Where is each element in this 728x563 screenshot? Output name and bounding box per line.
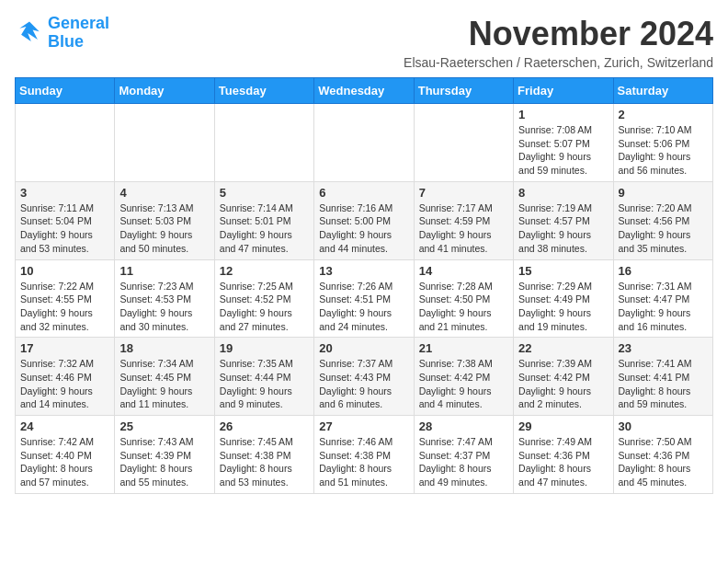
day-number: 9 xyxy=(619,186,708,200)
day-info: Sunrise: 7:47 AM Sunset: 4:37 PM Dayligh… xyxy=(419,435,508,489)
calendar-week-row: 10Sunrise: 7:22 AM Sunset: 4:55 PM Dayli… xyxy=(16,259,713,338)
calendar-day-header: Monday xyxy=(115,78,214,104)
day-info: Sunrise: 7:41 AM Sunset: 4:41 PM Dayligh… xyxy=(619,357,708,411)
day-number: 30 xyxy=(619,419,708,433)
calendar-cell: 20Sunrise: 7:37 AM Sunset: 4:43 PM Dayli… xyxy=(314,338,414,416)
day-info: Sunrise: 7:46 AM Sunset: 4:38 PM Dayligh… xyxy=(319,435,408,489)
calendar-day-header: Saturday xyxy=(613,78,712,104)
day-number: 21 xyxy=(419,341,508,355)
day-number: 15 xyxy=(518,264,608,278)
day-info: Sunrise: 7:17 AM Sunset: 4:59 PM Dayligh… xyxy=(419,201,508,256)
day-number: 28 xyxy=(419,419,508,433)
day-info: Sunrise: 7:14 AM Sunset: 5:01 PM Dayligh… xyxy=(220,201,309,256)
day-info: Sunrise: 7:11 AM Sunset: 5:04 PM Dayligh… xyxy=(20,201,109,256)
calendar-cell: 24Sunrise: 7:42 AM Sunset: 4:40 PM Dayli… xyxy=(16,416,115,494)
calendar-day-header: Thursday xyxy=(414,78,513,104)
day-number: 27 xyxy=(319,419,408,433)
calendar-cell: 5Sunrise: 7:14 AM Sunset: 5:01 PM Daylig… xyxy=(214,181,313,259)
day-number: 7 xyxy=(419,186,508,200)
day-info: Sunrise: 7:08 AM Sunset: 5:07 PM Dayligh… xyxy=(518,123,608,178)
day-info: Sunrise: 7:28 AM Sunset: 4:50 PM Dayligh… xyxy=(419,280,508,334)
calendar-cell: 16Sunrise: 7:31 AM Sunset: 4:47 PM Dayli… xyxy=(613,259,712,338)
day-number: 17 xyxy=(20,341,109,355)
calendar-week-row: 17Sunrise: 7:32 AM Sunset: 4:46 PM Dayli… xyxy=(16,338,713,416)
day-info: Sunrise: 7:31 AM Sunset: 4:47 PM Dayligh… xyxy=(619,280,708,334)
calendar-cell: 11Sunrise: 7:23 AM Sunset: 4:53 PM Dayli… xyxy=(115,259,214,338)
day-info: Sunrise: 7:20 AM Sunset: 4:56 PM Dayligh… xyxy=(619,201,708,256)
day-number: 14 xyxy=(419,264,508,278)
day-number: 13 xyxy=(319,264,408,278)
day-number: 16 xyxy=(619,264,708,278)
day-number: 5 xyxy=(220,186,309,200)
calendar-table: SundayMondayTuesdayWednesdayThursdayFrid… xyxy=(15,77,713,494)
calendar-week-row: 3Sunrise: 7:11 AM Sunset: 5:04 PM Daylig… xyxy=(16,181,713,259)
calendar-cell xyxy=(314,104,414,182)
day-number: 1 xyxy=(518,108,608,121)
calendar-cell xyxy=(16,104,115,182)
day-number: 10 xyxy=(20,264,109,278)
calendar-cell xyxy=(414,104,513,182)
calendar-cell: 6Sunrise: 7:16 AM Sunset: 5:00 PM Daylig… xyxy=(314,181,414,259)
calendar-cell: 4Sunrise: 7:13 AM Sunset: 5:03 PM Daylig… xyxy=(115,181,214,259)
day-info: Sunrise: 7:23 AM Sunset: 4:53 PM Dayligh… xyxy=(119,280,209,334)
calendar-cell: 29Sunrise: 7:49 AM Sunset: 4:36 PM Dayli… xyxy=(514,416,613,494)
title-area: November 2024 Elsau-Raeterschen / Raeter… xyxy=(404,15,713,70)
logo-text: General Blue xyxy=(48,15,109,52)
calendar-cell: 18Sunrise: 7:34 AM Sunset: 4:45 PM Dayli… xyxy=(115,338,214,416)
day-info: Sunrise: 7:50 AM Sunset: 4:36 PM Dayligh… xyxy=(619,435,708,489)
calendar-week-row: 24Sunrise: 7:42 AM Sunset: 4:40 PM Dayli… xyxy=(16,416,713,494)
day-number: 18 xyxy=(119,341,209,355)
day-number: 11 xyxy=(119,264,209,278)
logo-bird-icon xyxy=(15,18,44,48)
day-number: 3 xyxy=(20,186,109,200)
day-number: 6 xyxy=(319,186,408,200)
calendar-day-header: Wednesday xyxy=(314,78,414,104)
calendar-cell: 14Sunrise: 7:28 AM Sunset: 4:50 PM Dayli… xyxy=(414,259,513,338)
day-number: 2 xyxy=(619,108,708,121)
calendar-cell: 13Sunrise: 7:26 AM Sunset: 4:51 PM Dayli… xyxy=(314,259,414,338)
calendar-cell: 28Sunrise: 7:47 AM Sunset: 4:37 PM Dayli… xyxy=(414,416,513,494)
day-number: 20 xyxy=(319,341,408,355)
calendar-day-header: Friday xyxy=(514,78,613,104)
day-number: 26 xyxy=(220,419,309,433)
day-info: Sunrise: 7:49 AM Sunset: 4:36 PM Dayligh… xyxy=(518,435,608,489)
day-info: Sunrise: 7:29 AM Sunset: 4:49 PM Dayligh… xyxy=(518,280,608,334)
day-info: Sunrise: 7:19 AM Sunset: 4:57 PM Dayligh… xyxy=(518,201,608,256)
day-info: Sunrise: 7:34 AM Sunset: 4:45 PM Dayligh… xyxy=(119,357,209,411)
day-number: 19 xyxy=(220,341,309,355)
day-info: Sunrise: 7:39 AM Sunset: 4:42 PM Dayligh… xyxy=(518,357,608,411)
day-info: Sunrise: 7:32 AM Sunset: 4:46 PM Dayligh… xyxy=(20,357,109,411)
calendar-week-row: 1Sunrise: 7:08 AM Sunset: 5:07 PM Daylig… xyxy=(16,104,713,182)
day-info: Sunrise: 7:45 AM Sunset: 4:38 PM Dayligh… xyxy=(220,435,309,489)
main-title: November 2024 xyxy=(404,15,713,53)
calendar-cell: 15Sunrise: 7:29 AM Sunset: 4:49 PM Dayli… xyxy=(514,259,613,338)
calendar-cell: 7Sunrise: 7:17 AM Sunset: 4:59 PM Daylig… xyxy=(414,181,513,259)
calendar-cell: 9Sunrise: 7:20 AM Sunset: 4:56 PM Daylig… xyxy=(613,181,712,259)
calendar-cell: 10Sunrise: 7:22 AM Sunset: 4:55 PM Dayli… xyxy=(16,259,115,338)
calendar-cell: 2Sunrise: 7:10 AM Sunset: 5:06 PM Daylig… xyxy=(613,104,712,182)
day-info: Sunrise: 7:37 AM Sunset: 4:43 PM Dayligh… xyxy=(319,357,408,411)
calendar-cell: 12Sunrise: 7:25 AM Sunset: 4:52 PM Dayli… xyxy=(214,259,313,338)
day-info: Sunrise: 7:35 AM Sunset: 4:44 PM Dayligh… xyxy=(220,357,309,411)
calendar-header-row: SundayMondayTuesdayWednesdayThursdayFrid… xyxy=(16,78,713,104)
calendar-cell: 19Sunrise: 7:35 AM Sunset: 4:44 PM Dayli… xyxy=(214,338,313,416)
day-number: 29 xyxy=(518,419,608,433)
day-info: Sunrise: 7:13 AM Sunset: 5:03 PM Dayligh… xyxy=(119,201,209,256)
calendar-cell: 21Sunrise: 7:38 AM Sunset: 4:42 PM Dayli… xyxy=(414,338,513,416)
day-info: Sunrise: 7:38 AM Sunset: 4:42 PM Dayligh… xyxy=(419,357,508,411)
calendar-cell: 3Sunrise: 7:11 AM Sunset: 5:04 PM Daylig… xyxy=(16,181,115,259)
calendar-cell: 25Sunrise: 7:43 AM Sunset: 4:39 PM Dayli… xyxy=(115,416,214,494)
calendar-cell: 30Sunrise: 7:50 AM Sunset: 4:36 PM Dayli… xyxy=(613,416,712,494)
calendar-cell: 1Sunrise: 7:08 AM Sunset: 5:07 PM Daylig… xyxy=(514,104,613,182)
day-number: 22 xyxy=(518,341,608,355)
day-info: Sunrise: 7:16 AM Sunset: 5:00 PM Dayligh… xyxy=(319,201,408,256)
calendar-cell: 17Sunrise: 7:32 AM Sunset: 4:46 PM Dayli… xyxy=(16,338,115,416)
day-info: Sunrise: 7:22 AM Sunset: 4:55 PM Dayligh… xyxy=(20,280,109,334)
day-number: 24 xyxy=(20,419,109,433)
day-number: 12 xyxy=(220,264,309,278)
calendar-cell: 27Sunrise: 7:46 AM Sunset: 4:38 PM Dayli… xyxy=(314,416,414,494)
day-info: Sunrise: 7:10 AM Sunset: 5:06 PM Dayligh… xyxy=(619,123,708,178)
calendar-cell: 23Sunrise: 7:41 AM Sunset: 4:41 PM Dayli… xyxy=(613,338,712,416)
calendar-cell xyxy=(115,104,214,182)
calendar-cell xyxy=(214,104,313,182)
